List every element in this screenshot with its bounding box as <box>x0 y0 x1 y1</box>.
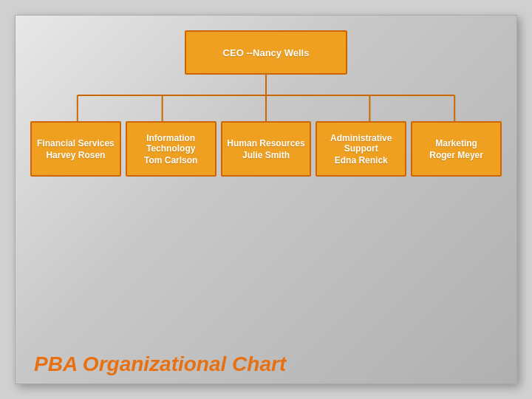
dept-name-0: Harvey Rosen <box>46 150 105 160</box>
lines-svg <box>30 95 502 121</box>
dept-name-2: Julie Smith <box>242 150 290 160</box>
dept-label-4: Marketing <box>435 138 477 149</box>
dept-name-3: Edna Renick <box>335 155 388 166</box>
tree-lines <box>30 95 502 121</box>
slide-title: PBA Organizational Chart <box>30 347 502 376</box>
org-chart: CEO --Nancy Wells Financial Services Har <box>30 30 502 347</box>
connector-vertical-main <box>265 75 267 95</box>
dept-information-technology: Information Technology Tom Carlson <box>126 121 216 177</box>
dept-label-2: Human Resources <box>227 138 304 149</box>
ceo-row: CEO --Nancy Wells <box>30 30 502 75</box>
ceo-node: CEO --Nancy Wells <box>185 30 347 75</box>
dept-name-1: Tom Carlson <box>144 155 197 166</box>
ceo-label: CEO --Nancy Wells <box>223 47 310 58</box>
dept-financial-services: Financial Services Harvey Rosen <box>30 121 121 177</box>
dept-name-4: Roger Meyer <box>429 150 483 160</box>
dept-label-0: Financial Services <box>37 138 115 149</box>
slide: CEO --Nancy Wells Financial Services Har <box>15 15 517 384</box>
dept-label-1: Information Technology <box>131 133 211 154</box>
children-row: Financial Services Harvey Rosen Informat… <box>30 121 502 177</box>
dept-human-resources: Human Resources Julie Smith <box>221 121 312 177</box>
dept-administrative-support: Administrative Support Edna Renick <box>316 121 406 177</box>
dept-marketing: Marketing Roger Meyer <box>411 121 502 177</box>
dept-label-3: Administrative Support <box>321 133 401 154</box>
